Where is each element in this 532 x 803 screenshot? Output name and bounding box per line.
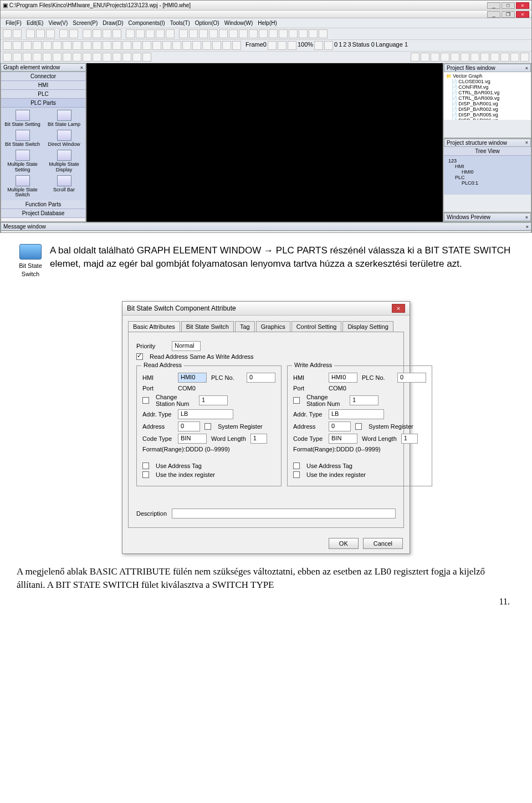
zoom-value[interactable]: 100% bbox=[298, 41, 313, 50]
tool-icon[interactable] bbox=[461, 53, 469, 62]
menu-view[interactable]: View(V) bbox=[47, 19, 69, 27]
description-input[interactable] bbox=[172, 509, 396, 519]
menu-screen[interactable]: Screen(P) bbox=[71, 19, 99, 27]
tool-icon[interactable] bbox=[219, 29, 228, 38]
part-bit-state-setting[interactable]: Bit State Setting bbox=[3, 110, 42, 128]
tool-icon[interactable] bbox=[162, 41, 171, 50]
tab-control-setting[interactable]: Control Setting bbox=[291, 321, 342, 332]
change-station-write-select[interactable]: 1 bbox=[350, 395, 378, 405]
tool-icon[interactable] bbox=[259, 29, 268, 38]
file-item[interactable]: CTRL_BAR009.vg bbox=[446, 95, 529, 101]
tool-icon[interactable] bbox=[172, 41, 181, 50]
tool-icon[interactable] bbox=[36, 29, 45, 38]
tool-icon[interactable] bbox=[53, 41, 62, 50]
tool-icon[interactable] bbox=[69, 29, 78, 38]
tab-basic-attributes[interactable]: Basic Attributes bbox=[128, 321, 180, 332]
hmi-write-select[interactable]: HMI0 bbox=[329, 373, 357, 383]
tool-icon[interactable] bbox=[229, 29, 238, 38]
menu-edit[interactable]: Edit(E) bbox=[25, 19, 45, 27]
addrtype-write-select[interactable]: LB bbox=[329, 409, 384, 419]
tool-icon[interactable] bbox=[83, 41, 91, 50]
tool-icon[interactable] bbox=[239, 29, 248, 38]
tool-icon[interactable] bbox=[269, 29, 278, 38]
tool-icon[interactable] bbox=[59, 29, 68, 38]
tool-icon[interactable] bbox=[192, 41, 201, 50]
tool-icon[interactable] bbox=[33, 41, 42, 50]
tool-icon[interactable] bbox=[46, 29, 55, 38]
menu-components[interactable]: Components(I) bbox=[127, 19, 167, 27]
part-scroll-bar[interactable]: Scroll Bar bbox=[45, 175, 83, 199]
state-2[interactable]: 2 bbox=[343, 41, 346, 50]
panel-close-icon[interactable]: × bbox=[80, 65, 83, 70]
part-bit-state-switch[interactable]: Bit State Switch bbox=[3, 130, 42, 148]
file-item[interactable]: CLOSE001.vg bbox=[446, 79, 529, 84]
menu-tools[interactable]: Tools(T) bbox=[168, 19, 192, 27]
part-multi-state-setting[interactable]: Multiple State Setting bbox=[3, 150, 42, 173]
tool-icon[interactable] bbox=[314, 41, 323, 50]
tool-icon[interactable] bbox=[480, 53, 489, 62]
tool-icon[interactable] bbox=[182, 41, 191, 50]
code-read-select[interactable]: BIN bbox=[178, 434, 207, 444]
useaddrtag-write-checkbox[interactable] bbox=[293, 463, 300, 469]
status-combo[interactable]: Status 0 bbox=[352, 41, 375, 50]
address-write-input[interactable]: 0 bbox=[329, 421, 351, 431]
tool-icon[interactable] bbox=[93, 41, 101, 50]
tool-icon[interactable] bbox=[299, 29, 308, 38]
tree-root[interactable]: Vector Graph bbox=[446, 73, 529, 79]
header-project-database[interactable]: Project Database bbox=[1, 209, 85, 218]
tool-icon[interactable] bbox=[199, 29, 208, 38]
state-0[interactable]: 0 bbox=[334, 41, 337, 50]
tool-icon[interactable] bbox=[490, 53, 499, 62]
useindex-write-checkbox[interactable] bbox=[293, 471, 300, 478]
tree-node[interactable]: PLC bbox=[448, 175, 526, 180]
tool-icon[interactable] bbox=[309, 29, 318, 38]
tree-node[interactable]: PLC0:1 bbox=[448, 180, 526, 186]
tool-icon[interactable] bbox=[3, 29, 12, 38]
sysreg-read-checkbox[interactable] bbox=[204, 423, 211, 430]
file-item[interactable]: CTRL_BAR001.vg bbox=[446, 90, 529, 95]
tool-icon[interactable] bbox=[83, 29, 91, 38]
tool-icon[interactable] bbox=[43, 53, 52, 62]
tool-icon[interactable] bbox=[122, 41, 131, 50]
tool-icon[interactable] bbox=[43, 41, 52, 50]
header-hmi[interactable]: HMI bbox=[1, 81, 85, 90]
tool-icon[interactable] bbox=[3, 41, 12, 50]
tool-icon[interactable] bbox=[278, 41, 287, 50]
tool-icon[interactable] bbox=[249, 29, 258, 38]
cancel-button[interactable]: Cancel bbox=[363, 538, 403, 549]
change-station-read-select[interactable]: 1 bbox=[199, 395, 228, 405]
maximize-button[interactable]: □ bbox=[502, 2, 515, 9]
tool-icon[interactable] bbox=[289, 29, 298, 38]
tool-icon[interactable] bbox=[93, 29, 101, 38]
tool-icon[interactable] bbox=[112, 41, 121, 50]
menu-window[interactable]: Window(W) bbox=[223, 19, 255, 27]
tool-icon[interactable] bbox=[93, 53, 101, 62]
tool-icon[interactable] bbox=[421, 53, 429, 62]
editor-canvas[interactable] bbox=[86, 63, 443, 222]
tree-node[interactable]: 123 bbox=[448, 158, 526, 164]
tool-icon[interactable] bbox=[209, 29, 218, 38]
tool-icon[interactable] bbox=[3, 53, 12, 62]
change-station-write-checkbox[interactable] bbox=[293, 397, 300, 404]
useindex-read-checkbox[interactable] bbox=[142, 471, 149, 478]
part-multi-state-switch[interactable]: Multiple State Switch bbox=[3, 175, 42, 199]
tool-icon[interactable] bbox=[23, 41, 32, 50]
tool-icon[interactable] bbox=[431, 53, 439, 62]
child-min[interactable]: _ bbox=[487, 11, 500, 18]
minimize-button[interactable]: _ bbox=[487, 2, 500, 9]
file-item[interactable]: DISP_BAR005.vg bbox=[446, 112, 529, 118]
tab-display-setting[interactable]: Display Setting bbox=[342, 321, 393, 332]
state-3[interactable]: 3 bbox=[347, 41, 351, 50]
tool-icon[interactable] bbox=[520, 53, 529, 62]
ok-button[interactable]: OK bbox=[329, 538, 359, 549]
wlen-write-select[interactable]: 1 bbox=[401, 434, 418, 444]
tool-icon[interactable] bbox=[166, 29, 175, 38]
tree-node[interactable]: HMI bbox=[448, 164, 526, 169]
tool-icon[interactable] bbox=[179, 29, 188, 38]
tool-icon[interactable] bbox=[73, 41, 81, 50]
panel-close-icon[interactable]: × bbox=[525, 140, 528, 145]
dialog-close-button[interactable]: × bbox=[392, 304, 405, 313]
child-max[interactable]: ❐ bbox=[502, 11, 515, 18]
plcno-read-select[interactable]: 0 bbox=[247, 373, 275, 383]
file-item[interactable]: DISP_BAR006.vg bbox=[446, 118, 529, 120]
